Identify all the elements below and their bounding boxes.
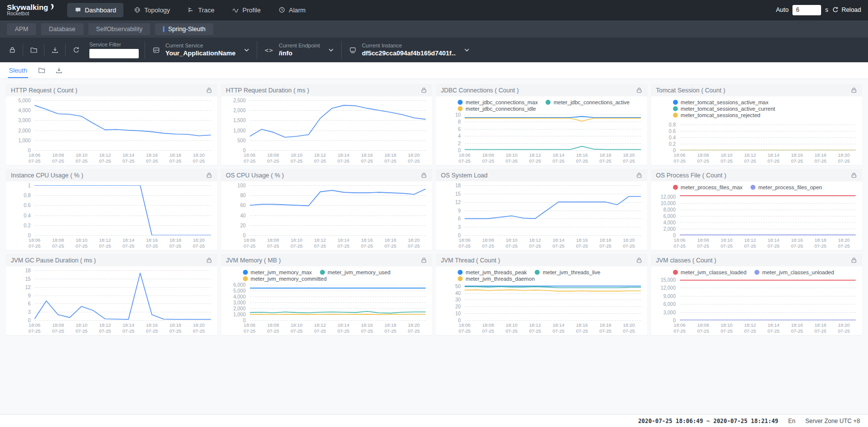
x-tick-date: 07-25: [52, 243, 64, 249]
x-axis-tick-label: 18:2007-25: [838, 237, 850, 250]
legend-item[interactable]: meter_jvm_threads_live: [535, 269, 600, 275]
x-axis-tick-label: 18:1007-25: [290, 237, 302, 250]
folder-button[interactable]: [25, 46, 42, 54]
folder-icon[interactable]: [38, 67, 45, 74]
chart-plot-inner: 5,0004,0003,0002,0001,0000: [11, 100, 211, 150]
legend-item[interactable]: meter_tomcat_sessions_active_current: [673, 106, 775, 112]
lock-icon[interactable]: [421, 87, 427, 93]
chart-line-series: [680, 121, 856, 150]
nav-item-dashboard[interactable]: Dashboard: [67, 3, 124, 17]
legend-item[interactable]: meter_jvm_memory_committed: [243, 276, 327, 282]
chart-plot: 15,00012,0009,0006,0003,0000: [655, 275, 859, 321]
legend-item[interactable]: meter_jdbc_connections_max: [458, 99, 538, 105]
legend-item[interactable]: meter_jdbc_connections_active: [546, 99, 630, 105]
x-axis: 18:0607-2518:0807-2518:1007-2518:1207-25…: [35, 322, 211, 335]
x-tick-date: 07-25: [459, 158, 471, 164]
x-tick-date: 07-25: [267, 328, 279, 334]
selector-value: df5cc29cca094af4b165d7401f...: [362, 49, 456, 57]
lock-icon[interactable]: [206, 257, 212, 263]
x-axis-tick-label: 18:1407-25: [552, 322, 564, 335]
x-tick-time: 18:14: [767, 152, 779, 158]
x-axis-tick-label: 18:1407-25: [337, 152, 349, 165]
time-range-picker[interactable]: 2020-07-25 18:06:49 ~ 2020-07-25 18:21:4…: [638, 418, 778, 425]
gridline: [35, 320, 211, 321]
legend-item[interactable]: meter_process_files_max: [673, 184, 743, 190]
x-axis: 18:0607-2518:0807-2518:1007-2518:1207-25…: [250, 237, 426, 250]
selector-value: /info: [279, 49, 320, 57]
selector-current-endpoint[interactable]: <>Current Endpoint/info: [257, 41, 341, 59]
chart-plot: 6,0005,0004,0003,0002,0001,0000: [225, 282, 429, 321]
legend-item[interactable]: meter_jvm_classes_loaded: [673, 269, 747, 275]
x-tick-time: 18:08: [52, 322, 64, 328]
x-tick-date: 07-25: [99, 328, 111, 334]
selector-current-service[interactable]: Current ServiceYour_ApplicationName: [145, 41, 257, 59]
legend-item[interactable]: meter_jvm_threads_daemon: [458, 276, 535, 282]
legend-item[interactable]: meter_tomcat_sessions_rejected: [673, 112, 760, 118]
lock-icon[interactable]: [636, 87, 642, 93]
lock-icon[interactable]: [636, 172, 642, 178]
x-tick-time: 18:06: [459, 322, 471, 328]
chart-card: Tomcat Session ( Count )meter_tomcat_ses…: [651, 84, 863, 165]
gridline: [465, 150, 641, 151]
refresh-button[interactable]: [68, 46, 84, 54]
legend-item[interactable]: meter_jvm_memory_max: [243, 269, 312, 275]
nav-item-label: Topology: [144, 6, 170, 14]
y-axis-tick-label: 15: [441, 191, 461, 196]
nav-item-alarm[interactable]: Alarm: [271, 3, 313, 17]
server-zone-selector[interactable]: Server Zone UTC +8: [805, 418, 860, 425]
chart-line-series: [250, 100, 426, 150]
service-filter-label: Service Filter: [89, 42, 139, 47]
x-tick-time: 18:10: [506, 237, 517, 243]
tab-sleuth[interactable]: Sleuth: [8, 63, 28, 78]
legend-item[interactable]: meter_jvm_memory_used: [320, 269, 391, 275]
x-axis-tick-label: 18:1607-25: [791, 237, 803, 250]
x-axis-tick-label: 18:1007-25: [290, 322, 302, 335]
x-tick-time: 18:14: [337, 152, 349, 158]
lock-icon[interactable]: [421, 257, 427, 263]
nav-item-profile[interactable]: Profile: [225, 3, 268, 17]
auto-interval-input[interactable]: [792, 5, 821, 15]
x-axis-tick-label: 18:1607-25: [576, 237, 588, 250]
nav-item-trace[interactable]: Trace: [180, 3, 222, 17]
language-selector[interactable]: En: [788, 418, 795, 425]
x-axis-tick-label: 18:0607-25: [673, 322, 685, 335]
x-tick-time: 18:18: [599, 322, 611, 328]
lock-icon[interactable]: [421, 172, 427, 178]
dash-tab-spring-sleuth[interactable]: Spring-Sleuth: [155, 23, 213, 35]
service-filter-input[interactable]: [89, 49, 139, 58]
y-axis-tick-label: 9: [441, 208, 461, 213]
lock-icon[interactable]: [851, 87, 857, 93]
x-axis-tick-label: 18:0607-25: [29, 322, 40, 335]
nav-item-topology[interactable]: Topology: [126, 3, 177, 17]
download-button[interactable]: [46, 46, 63, 54]
lock-button[interactable]: [4, 46, 21, 53]
legend-item[interactable]: meter_tomcat_sessions_active_max: [673, 99, 769, 105]
y-axis-tick-label: 9,000: [656, 293, 676, 299]
chart-plot: 12,00010,0008,0006,0004,0002,0000: [655, 190, 859, 236]
x-axis-tick-label: 18:1607-25: [146, 237, 158, 250]
legend-dot: [458, 270, 463, 275]
x-axis-tick-label: 18:0607-25: [459, 322, 471, 335]
legend-item[interactable]: meter_jvm_classes_unloaded: [754, 269, 834, 275]
download-icon[interactable]: [55, 67, 63, 74]
x-tick-time: 18:18: [815, 237, 827, 243]
dash-tab-database[interactable]: Database: [41, 23, 83, 35]
lock-icon[interactable]: [636, 257, 642, 263]
x-tick-date: 07-25: [838, 243, 850, 249]
legend-item[interactable]: meter_jvm_threads_peak: [458, 269, 527, 275]
dash-tab-selfobservability[interactable]: SelfObservability: [88, 23, 151, 35]
reload-button[interactable]: Reload: [832, 6, 861, 13]
y-axis-tick-label: 50: [441, 283, 461, 289]
legend-item[interactable]: meter_process_files_open: [750, 184, 822, 190]
legend-item[interactable]: meter_jdbc_connections_idle: [458, 106, 536, 112]
lock-icon[interactable]: [206, 172, 212, 178]
lock-icon[interactable]: [206, 87, 212, 93]
selector-current-instance[interactable]: Current Instancedf5cc29cca094af4b165d740…: [341, 41, 477, 59]
x-tick-time: 18:08: [267, 152, 279, 158]
dash-tab-apm[interactable]: APM: [7, 23, 36, 35]
lock-icon[interactable]: [851, 257, 857, 263]
x-tick-time: 18:14: [122, 152, 134, 158]
lock-icon[interactable]: [851, 172, 857, 178]
x-axis-tick-label: 18:1607-25: [791, 322, 803, 335]
chart-plot: 1086420: [440, 112, 643, 151]
